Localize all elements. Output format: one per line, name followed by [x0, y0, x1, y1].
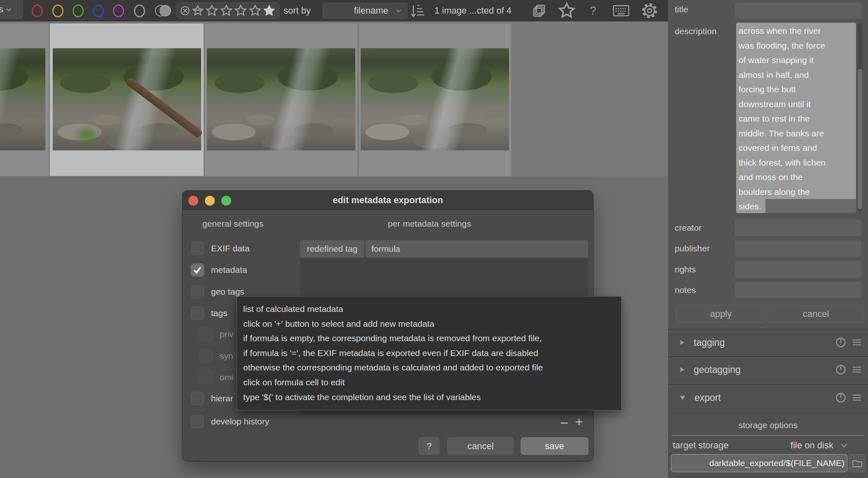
- preferences-gear-icon[interactable]: [641, 0, 658, 21]
- checkbox-row-develop-history[interactable]: develop history: [191, 415, 269, 429]
- sort-by-label: sort by: [284, 0, 311, 21]
- thumbnail-4-photo: [361, 48, 509, 150]
- tooltip-line: list of calculated metadata: [243, 302, 621, 316]
- thumbnail-4[interactable]: [359, 23, 511, 176]
- target-storage-dropdown[interactable]: file on disk: [791, 440, 849, 451]
- reset-icon[interactable]: [835, 392, 847, 403]
- dialog-titlebar[interactable]: edit metadata exportation: [183, 191, 593, 210]
- export-path-input[interactable]: darktable_exported/$(FILE_NAME): [671, 454, 847, 472]
- color-label-yellow-icon[interactable]: [52, 5, 63, 17]
- thumbnail-1[interactable]: [0, 23, 49, 176]
- rating-zero-icon[interactable]: [180, 5, 190, 16]
- shortcuts-keyboard-icon[interactable]: [612, 0, 630, 21]
- checkbox-unchecked-icon[interactable]: [199, 328, 213, 341]
- apply-button[interactable]: apply: [676, 305, 766, 323]
- description-selected-text: across when the river was flooding, the …: [736, 23, 856, 199]
- remove-metadata-button[interactable]: −: [560, 417, 568, 429]
- grouping-icon[interactable]: [532, 0, 547, 21]
- presets-menu-icon[interactable]: [852, 365, 862, 375]
- color-label-multi-icon[interactable]: [153, 0, 172, 21]
- tooltip-line: if formula is '=', the EXIF metadata is …: [243, 346, 621, 361]
- dialog-help-button[interactable]: ?: [418, 437, 440, 455]
- checkbox-row-synonyms[interactable]: syn: [199, 349, 233, 363]
- description-scrollbar-thumb[interactable]: [858, 69, 862, 209]
- storage-options-header: storage options: [668, 420, 868, 430]
- checkbox-unchecked-icon[interactable]: [191, 307, 204, 320]
- checkbox-unchecked-icon[interactable]: [191, 285, 204, 298]
- help-icon[interactable]: ?: [590, 0, 596, 21]
- minimize-window-icon[interactable]: [205, 196, 215, 206]
- checkbox-row-omit-hierarchy[interactable]: omi: [199, 370, 234, 384]
- sort-order-icon[interactable]: [410, 0, 425, 21]
- checkbox-row-tags[interactable]: tags: [191, 306, 228, 320]
- color-label-green-icon[interactable]: [73, 5, 84, 17]
- checkbox-unchecked-icon[interactable]: [191, 242, 204, 255]
- checkbox-unchecked-icon[interactable]: [191, 392, 204, 405]
- collapsed-arrow-icon: [678, 365, 686, 374]
- rating-filter: [176, 2, 279, 19]
- reset-icon[interactable]: [835, 337, 847, 348]
- tooltip-line: if formula is empty, the corresponding m…: [243, 331, 621, 346]
- description-scrollbar[interactable]: [857, 23, 863, 212]
- column-header-redefined-tag[interactable]: redefined tag: [300, 240, 364, 258]
- creator-input[interactable]: [735, 220, 861, 236]
- formula-help-tooltip: list of calculated metadata click on '+'…: [237, 296, 622, 410]
- top-toolbar: s sort by filename 1 image: [0, 0, 668, 21]
- add-metadata-button[interactable]: +: [575, 415, 583, 428]
- publisher-input[interactable]: [735, 240, 861, 257]
- rating-star-3-icon[interactable]: [234, 4, 247, 17]
- checkbox-label: geo tags: [211, 287, 244, 297]
- metadata-editor-panel: title description across when the river …: [668, 0, 868, 478]
- rating-star-4-icon[interactable]: [249, 4, 262, 17]
- rights-input[interactable]: [735, 261, 861, 278]
- description-textarea[interactable]: across when the river was flooding, the …: [736, 23, 856, 213]
- thumbnail-3[interactable]: [205, 23, 357, 176]
- notes-field-label: notes: [675, 285, 696, 295]
- checkbox-unchecked-icon[interactable]: [199, 349, 213, 363]
- overflow-dropdown-label: s: [0, 4, 3, 15]
- zoom-window-icon[interactable]: [221, 196, 231, 206]
- rating-star-5-filled-icon[interactable]: [263, 4, 276, 17]
- title-input[interactable]: [735, 2, 861, 19]
- notes-input[interactable]: [735, 282, 861, 298]
- checkbox-checked-icon[interactable]: [191, 263, 204, 276]
- checkbox-row-private-tags[interactable]: priv: [199, 327, 234, 341]
- export-path-value: darktable_exported/$(FILE_NAME): [709, 458, 845, 468]
- color-label-blue-icon[interactable]: [93, 5, 104, 17]
- title-field-label: title: [675, 5, 688, 14]
- fallen-log: [125, 77, 203, 138]
- module-geotagging[interactable]: geotagging: [668, 356, 868, 382]
- rating-reject-star-icon[interactable]: [192, 5, 204, 17]
- checkbox-row-metadata[interactable]: metadata: [191, 263, 247, 277]
- color-label-gray-icon[interactable]: [134, 5, 145, 17]
- checkbox-label: hierar: [211, 394, 233, 403]
- thumbnail-2-selected[interactable]: [50, 23, 204, 176]
- rating-star-1-icon[interactable]: [205, 4, 218, 17]
- overlays-star-icon[interactable]: [557, 0, 576, 21]
- target-storage-label: target storage: [673, 440, 729, 451]
- dialog-save-button[interactable]: save: [521, 437, 589, 455]
- presets-menu-icon[interactable]: [852, 337, 862, 347]
- color-label-red-icon[interactable]: [32, 5, 43, 17]
- rating-star-2-icon[interactable]: [220, 4, 233, 17]
- sort-field-dropdown[interactable]: filename: [322, 2, 408, 19]
- module-tagging[interactable]: tagging: [668, 329, 868, 355]
- checkbox-row-exif-data[interactable]: EXIF data: [191, 241, 249, 255]
- dialog-cancel-button[interactable]: cancel: [447, 437, 514, 455]
- tooltip-line: type '$(' to activate the completion and…: [243, 390, 621, 405]
- description-selected-text-last-line: sides.: [736, 199, 765, 213]
- close-window-icon[interactable]: [188, 196, 198, 206]
- target-storage-value: file on disk: [791, 440, 833, 451]
- module-export[interactable]: export: [668, 384, 868, 410]
- color-label-purple-icon[interactable]: [113, 5, 124, 17]
- checkbox-row-hierarchical-tags[interactable]: hierar: [191, 391, 233, 405]
- checkbox-unchecked-icon[interactable]: [191, 415, 204, 428]
- checkbox-label: tags: [211, 308, 228, 318]
- overflow-dropdown[interactable]: s: [0, 0, 23, 19]
- browse-folder-button[interactable]: [849, 454, 866, 472]
- reset-icon[interactable]: [835, 364, 847, 375]
- presets-menu-icon[interactable]: [852, 393, 862, 403]
- column-header-formula[interactable]: formula: [366, 240, 588, 258]
- cancel-button[interactable]: cancel: [767, 305, 864, 323]
- checkbox-unchecked-icon[interactable]: [199, 371, 213, 384]
